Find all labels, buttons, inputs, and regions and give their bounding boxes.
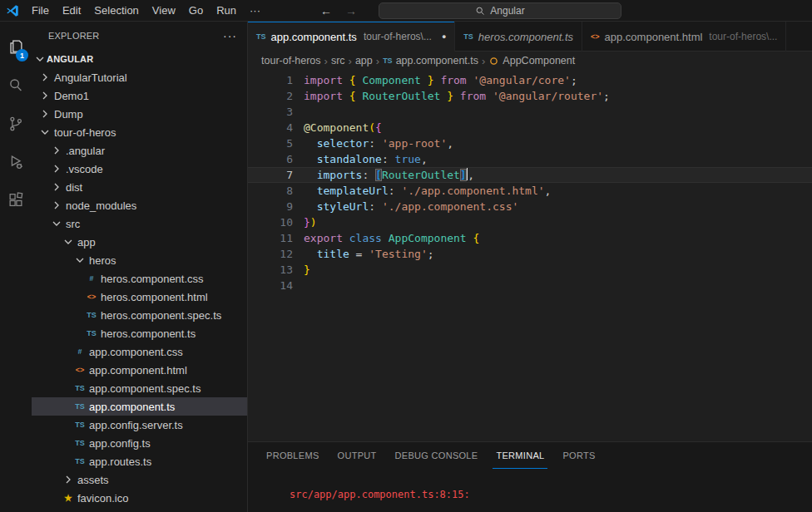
activity-search-icon[interactable] <box>0 66 32 105</box>
tree-file-app.config.server.ts[interactable]: TSapp.config.server.ts <box>32 416 247 434</box>
tree-file-heros.component.spec.ts[interactable]: TSheros.component.spec.ts <box>32 306 247 324</box>
chevron-right-icon <box>50 199 63 212</box>
title-bar: FileEditSelectionViewGoRun··· ← → Angula… <box>0 0 812 22</box>
ts-file-icon: TS <box>463 32 473 41</box>
tree-item-label: app.component.spec.ts <box>89 382 201 395</box>
tree-folder-AngularTutorial[interactable]: AngularTutorial <box>32 68 247 86</box>
editor-tab-heros.component.ts[interactable]: TSheros.component.ts <box>455 22 582 52</box>
chevron-right-icon <box>38 89 52 102</box>
tree-file-app.component.spec.ts[interactable]: TSapp.component.spec.ts <box>32 379 247 397</box>
tree-file-app.routes.ts[interactable]: TSapp.routes.ts <box>32 452 247 470</box>
tree-file-app.component.css[interactable]: #app.component.css <box>32 342 247 361</box>
tree-file-heros.component.ts[interactable]: TSheros.component.ts <box>32 324 247 342</box>
breadcrumb-item-app[interactable]: app <box>355 55 373 66</box>
code-line-6: 6 standalone: true, <box>248 151 812 167</box>
menu-item-view[interactable]: View <box>146 4 182 17</box>
activity-extensions-icon[interactable] <box>0 181 32 219</box>
activity-source-control-icon[interactable] <box>0 105 32 143</box>
breadcrumb-separator: › <box>349 55 352 67</box>
tree-item-label: heros <box>89 254 116 267</box>
editor-tab-app.component.ts[interactable]: TSapp.component.tstour-of-heros\...● <box>248 22 455 52</box>
html-file-icon: <> <box>73 366 87 374</box>
activity-run-debug-icon[interactable] <box>0 143 32 181</box>
tree-folder-heros[interactable]: heros <box>32 251 247 269</box>
tree-folder-tour-of-heros[interactable]: tour-of-heros <box>32 123 247 141</box>
tree-file-app.component.ts[interactable]: TSapp.component.ts <box>32 397 247 416</box>
menu-item-selection[interactable]: Selection <box>87 4 145 17</box>
tree-folder-assets[interactable]: assets <box>32 470 247 489</box>
code-line-8: 8 templateUrl: './app.component.html', <box>248 183 812 199</box>
tree-file-app.component.html[interactable]: <>app.component.html <box>32 361 247 379</box>
tree-item-label: app.component.css <box>89 346 183 358</box>
code-line-text: }) <box>293 214 317 230</box>
menu-item-edit[interactable]: Edit <box>56 4 87 17</box>
tree-item-label: favicon.ico <box>77 492 128 505</box>
tree-folder-dist[interactable]: dist <box>32 178 247 196</box>
panel-tab-terminal[interactable]: TERMINAL <box>493 442 547 469</box>
star-file-icon: ★ <box>62 493 75 504</box>
tree-folder-node_modules[interactable]: node_modules <box>32 196 247 214</box>
chevron-down-icon <box>62 235 75 249</box>
code-line-text: import { Component } from '@angular/core… <box>293 72 577 88</box>
panel-tab-output[interactable]: OUTPUT <box>334 442 380 469</box>
menu-item-run[interactable]: Run <box>210 4 243 17</box>
breadcrumb-item-tour-of-heros[interactable]: tour-of-heros <box>261 55 321 66</box>
panel-tab-debug-console[interactable]: DEBUG CONSOLE <box>392 442 482 469</box>
menu-item-go[interactable]: Go <box>182 4 210 17</box>
ts-file-icon: TS <box>256 32 266 41</box>
explorer-title: EXPLORER <box>48 31 100 41</box>
menu-item-file[interactable]: File <box>25 4 56 17</box>
tree-item-label: .vscode <box>66 163 103 175</box>
command-center-search[interactable]: Angular <box>379 2 621 19</box>
code-line-text: title = 'Testing'; <box>293 246 434 262</box>
tree-item-label: heros.component.html <box>101 291 208 303</box>
breadcrumb-label: src <box>331 55 345 66</box>
tree-folder-app[interactable]: app <box>32 233 247 251</box>
tree-folder-Dump[interactable]: Dump <box>32 105 247 123</box>
tree-file-app.config.ts[interactable]: TSapp.config.ts <box>32 434 247 452</box>
tree-folder-.angular[interactable]: .angular <box>32 141 247 160</box>
editor-tab-app.component.html[interactable]: <>app.component.htmltour-of-heros\... <box>582 22 786 52</box>
chevron-right-icon <box>38 71 52 84</box>
editor-group: TSapp.component.tstour-of-heros\...●TShe… <box>248 22 812 512</box>
tree-file-favicon.ico[interactable]: ★favicon.ico <box>32 489 247 507</box>
code-line-7: 7 imports: [RouterOutlet], <box>248 167 812 183</box>
section-header-angular[interactable]: ANGULAR <box>32 50 247 68</box>
tree-file-heros.component.css[interactable]: #heros.component.css <box>32 269 247 288</box>
menu-item-[interactable]: ··· <box>243 4 267 17</box>
terminal-content[interactable]: src/app/app.component.ts:8:15: <box>248 469 812 512</box>
activity-explorer-icon[interactable]: 1 <box>0 28 32 66</box>
vscode-logo-icon <box>0 4 25 17</box>
breadcrumb-separator: › <box>324 55 328 67</box>
code-line-text: styleUrl: './app.component.css' <box>293 199 518 214</box>
code-line-text: export class AppComponent { <box>293 230 479 246</box>
tree-folder-.vscode[interactable]: .vscode <box>32 160 247 178</box>
breadcrumb-item-AppComponent[interactable]: AppComponent <box>488 55 575 66</box>
panel-tab-ports[interactable]: PORTS <box>559 442 598 469</box>
back-arrow-icon[interactable]: ← <box>320 4 332 17</box>
more-actions-icon[interactable]: ··· <box>223 29 237 42</box>
line-number: 10 <box>248 214 293 230</box>
vscode-window: FileEditSelectionViewGoRun··· ← → Angula… <box>0 0 812 512</box>
code-line-11: 11export class AppComponent { <box>248 230 812 246</box>
tree-folder-src[interactable]: src <box>32 214 247 233</box>
code-line-2: 2import { RouterOutlet } from '@angular/… <box>248 88 812 104</box>
forward-arrow-icon[interactable]: → <box>345 4 357 17</box>
terminal-error-line: src/app/app.component.ts:8:15: <box>290 489 812 500</box>
panel-tab-problems[interactable]: PROBLEMS <box>263 442 323 469</box>
tree-folder-Demo1[interactable]: Demo1 <box>32 86 247 105</box>
line-number: 12 <box>248 246 293 262</box>
code-editor[interactable]: 1import { Component } from '@angular/cor… <box>248 70 812 441</box>
sidebar-explorer: EXPLORER ··· ANGULAR AngularTutorialDemo… <box>32 22 248 512</box>
workbench: 1 EXPLORER ··· A <box>0 22 812 512</box>
breadcrumb-item-src[interactable]: src <box>331 55 345 66</box>
tree-item-label: app.component.html <box>89 364 187 377</box>
explorer-badge: 1 <box>16 49 28 62</box>
activity-bar: 1 <box>0 22 32 512</box>
tab-label: heros.component.ts <box>478 31 573 43</box>
tree-file-heros.component.html[interactable]: <>heros.component.html <box>32 288 247 306</box>
ts-file-icon: TS <box>85 311 98 319</box>
breadcrumb-item-app.component.ts[interactable]: TSapp.component.ts <box>383 55 478 66</box>
code-line-9: 9 styleUrl: './app.component.css' <box>248 199 812 214</box>
modified-indicator-icon[interactable]: ● <box>442 32 446 41</box>
